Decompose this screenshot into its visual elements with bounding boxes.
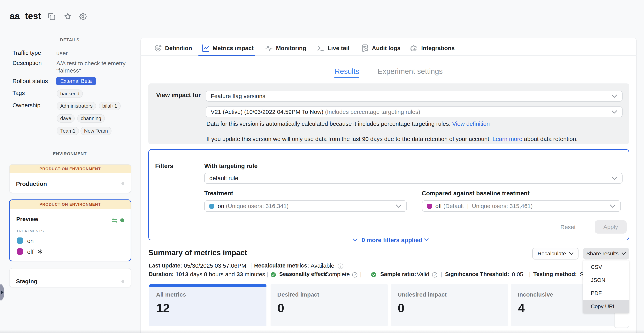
svg-text:?: ? bbox=[434, 273, 436, 277]
svg-text:?: ? bbox=[354, 273, 356, 277]
